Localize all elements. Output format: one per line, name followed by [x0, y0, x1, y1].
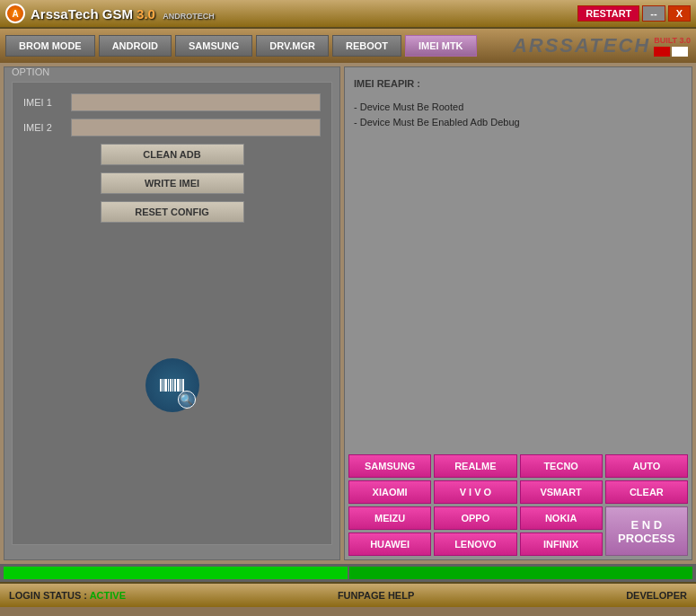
barcode-line: [182, 379, 184, 392]
bottom-buttons: SAMSUNG REALME TECNO AUTO XIAOMI V I V O…: [345, 451, 692, 559]
login-label: LOGIN STATUS :: [9, 590, 90, 601]
progress-bar-2: [349, 567, 693, 579]
close-button[interactable]: X: [668, 5, 691, 22]
tab-imei-mtk[interactable]: IMEI MTK: [405, 35, 477, 57]
nokia-button[interactable]: NOKIA: [520, 506, 603, 530]
option-section-label: OPTION: [12, 66, 49, 77]
tab-reboot[interactable]: REBOOT: [332, 35, 401, 57]
imei2-input[interactable]: [71, 119, 321, 136]
magnify-icon: 🔍: [178, 391, 196, 409]
lenovo-button[interactable]: LENOVO: [434, 532, 516, 556]
logo-wrapper: ARSSATECH: [513, 34, 650, 57]
nav-bar: BROM MODE ANDROID SAMSUNG DRV.MGR REBOOT…: [0, 29, 696, 63]
barcode-line: [170, 379, 172, 392]
output-line2: - Device Must Be Enabled Adb Debug: [354, 115, 683, 131]
barcode-area: 🔍: [23, 237, 321, 533]
imei1-row: IMEI 1: [23, 93, 321, 111]
barcode-line: [181, 379, 181, 392]
clean-adb-button[interactable]: CLEAN ADB: [101, 144, 244, 165]
samsung-button[interactable]: SAMSUNG: [348, 454, 431, 478]
oppo-button[interactable]: OPPO: [434, 506, 516, 530]
minimize-button[interactable]: --: [642, 5, 665, 22]
output-title: IMEI REAPIR :: [354, 76, 683, 92]
built-label: BUILT 3.0: [654, 36, 691, 45]
huawei-button[interactable]: HUAWEI: [348, 532, 431, 556]
end-process-button[interactable]: E N D PROCESS: [605, 506, 688, 556]
write-imei-button[interactable]: WRITE IMEI: [101, 172, 244, 194]
output-area: IMEI REAPIR : - Device Must Be Rooted - …: [345, 67, 692, 451]
barcode-line: [177, 379, 180, 392]
tab-drv-mgr[interactable]: DRV.MGR: [256, 35, 329, 57]
output-line1: - Device Must Be Rooted: [354, 100, 683, 116]
flag-white: [672, 47, 688, 57]
barcode-line: [174, 379, 176, 392]
barcode-inner: [160, 379, 184, 392]
title-controls: RESTART -- X: [577, 5, 691, 22]
barcode-line: [172, 379, 173, 392]
tab-android[interactable]: ANDROID: [99, 35, 172, 57]
logo-area: ARSSATECH BUILT 3.0: [513, 34, 691, 57]
restart-button[interactable]: RESTART: [577, 5, 639, 22]
vivo-button[interactable]: V I V O: [434, 480, 516, 504]
imei1-label: IMEI 1: [23, 97, 64, 108]
right-panel: IMEI REAPIR : - Device Must Be Rooted - …: [344, 66, 692, 560]
app-title: ArssaTech GSM 3.0 ANDROTECH: [31, 6, 215, 22]
tab-samsung[interactable]: SAMSUNG: [175, 35, 252, 57]
reset-config-button[interactable]: RESET CONFIG: [101, 201, 244, 223]
imei2-label: IMEI 2: [23, 122, 64, 133]
funpage-help-label: FUNPAGE HELP: [338, 590, 414, 601]
barcode-line: [163, 379, 163, 392]
realme-button[interactable]: REALME: [434, 454, 516, 478]
infinix-button[interactable]: INFINIX: [520, 532, 603, 556]
login-status: ACTIVE: [90, 590, 126, 601]
tab-brom-mode[interactable]: BROM MODE: [5, 35, 95, 57]
xiaomi-button[interactable]: XIAOMI: [348, 480, 431, 504]
status-bar: LOGIN STATUS : ACTIVE FUNPAGE HELP DEVEL…: [0, 582, 696, 607]
developer-label: DEVELOPER: [626, 590, 687, 601]
tecno-button[interactable]: TECNO: [520, 454, 603, 478]
meizu-button[interactable]: MEIZU: [348, 506, 431, 530]
flag-red: [654, 47, 670, 57]
title-bar: A ArssaTech GSM 3.0 ANDROTECH RESTART --…: [0, 0, 696, 29]
status-left: LOGIN STATUS : ACTIVE: [9, 590, 126, 601]
imei1-input[interactable]: [71, 93, 321, 111]
barcode-line: [168, 379, 169, 392]
logo-text: ARSSATECH: [513, 34, 650, 57]
imei2-row: IMEI 2: [23, 119, 321, 136]
output-text: - Device Must Be Rooted - Device Must Be…: [354, 100, 683, 131]
clear-button[interactable]: CLEAR: [605, 480, 688, 504]
logo-right: BUILT 3.0: [654, 36, 691, 57]
vsmart-button[interactable]: VSMART: [520, 480, 603, 504]
title-left: A ArssaTech GSM 3.0 ANDROTECH: [5, 4, 215, 23]
main-content: OPTION IMEI 1 IMEI 2 CLEAN ADB WRITE IME…: [0, 63, 696, 564]
auto-button[interactable]: AUTO: [605, 454, 688, 478]
barcode-line: [160, 379, 162, 392]
option-inner: IMEI 1 IMEI 2 CLEAN ADB WRITE IMEI RESET…: [12, 82, 332, 545]
left-panel: OPTION IMEI 1 IMEI 2 CLEAN ADB WRITE IME…: [4, 66, 340, 560]
progress-area: [0, 564, 696, 582]
progress-bar-1: [4, 567, 348, 579]
barcode-line: [164, 379, 167, 392]
barcode-icon: 🔍: [145, 358, 199, 412]
app-icon: A: [5, 4, 25, 23]
